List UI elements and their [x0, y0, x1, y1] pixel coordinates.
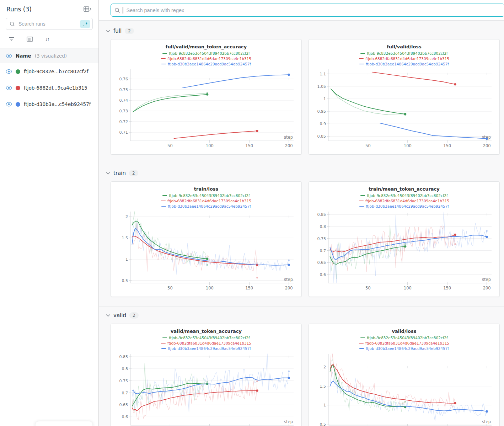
svg-text:200: 200 [483, 143, 491, 148]
legend-run-id: ftjob-d30b3aee14864c29acd9ac54eb92457f [168, 62, 251, 66]
svg-text:200: 200 [285, 286, 293, 291]
legend-item-green: ftjob-9c832e53c45043f89402bb7cc802cf2f [162, 335, 250, 340]
search-icon [114, 7, 120, 13]
chart-legend: ftjob-9c832e53c45043f89402bb7cc802cf2fft… [313, 51, 495, 66]
svg-text:1: 1 [323, 403, 326, 408]
chart-legend: ftjob-9c832e53c45043f89402bb7cc802cf2fft… [313, 193, 495, 209]
chart-title: full/valid/mean_token_accuracy [116, 44, 297, 49]
chart-legend: ftjob-9c832e53c45043f89402bb7cc802cf2fft… [116, 193, 297, 209]
svg-text:50: 50 [167, 143, 173, 148]
panels-row: full/valid/mean_token_accuracyftjob-9c83… [99, 38, 504, 164]
legend-item-blue: ftjob-d30b3aee14864c29acd9ac54eb92457f [161, 204, 251, 209]
svg-text:100: 100 [404, 143, 412, 148]
section-header-train[interactable]: train2 [99, 164, 504, 181]
section-header-valid[interactable]: valid2 [99, 307, 504, 323]
legend-item-green: ftjob-9c832e53c45043f89402bb7cc802cf2f [360, 193, 447, 198]
app-window: Runs (3) .* [0, 0, 504, 426]
legend-swatch-icon [161, 348, 166, 349]
legend-run-id: ftjob-9c832e53c45043f89402bb7cc802cf2f [169, 193, 250, 198]
chart-plot: 0.60.650.70.750.80.8550100150200step [313, 209, 495, 294]
legend-swatch-icon [360, 195, 365, 196]
section-header-full[interactable]: full2 [99, 22, 504, 38]
legend-run-id: ftjob-d30b3aee14864c29acd9ac54eb92457f [366, 346, 449, 351]
legend-item-red: ftjob-6882dfa6831d4d6dae17309ca4e1b315 [359, 341, 449, 346]
chart-title: train/mean_token_accuracy [313, 186, 495, 192]
section-full: full2full/valid/mean_token_accuracyftjob… [99, 22, 504, 164]
svg-text:0.65: 0.65 [119, 403, 128, 407]
legend-run-id: ftjob-6882dfa6831d4d6dae17309ca4e1b315 [167, 198, 251, 203]
legend-run-id: ftjob-d30b3aee14864c29acd9ac54eb92457f [168, 204, 251, 209]
svg-text:0.71: 0.71 [119, 130, 128, 135]
svg-text:200: 200 [483, 286, 491, 291]
legend-swatch-icon [162, 337, 167, 339]
text-cursor [123, 7, 123, 14]
svg-text:0.74: 0.74 [119, 98, 128, 103]
legend-swatch-icon [161, 58, 166, 59]
chart-panel[interactable]: train/lossftjob-9c832e53c45043f89402bb7c… [111, 181, 302, 297]
legend-run-id: ftjob-6882dfa6831d4d6dae17309ca4e1b315 [365, 341, 449, 346]
run-row-2[interactable]: ftjob-6882df...9ca4e1b315 [0, 80, 98, 96]
legend-item-red: ftjob-6882dfa6831d4d6dae17309ca4e1b315 [161, 198, 251, 203]
section-count-badge: 2 [129, 170, 138, 176]
run-name: ftjob-6882df...9ca4e1b315 [24, 85, 87, 91]
svg-text:50: 50 [365, 143, 371, 148]
run-name: ftjob-9c832e...b7cc802cf2f [24, 69, 89, 74]
visibility-toggle[interactable] [6, 85, 12, 90]
legend-run-id: ftjob-6882dfa6831d4d6dae17309ca4e1b315 [167, 56, 251, 61]
expand-table-button[interactable] [83, 6, 92, 13]
svg-text:1.5: 1.5 [320, 384, 326, 389]
runs-table-header: Name (3 visualized) [0, 48, 98, 63]
sort-button[interactable]: ↓↑ [44, 35, 50, 43]
legend-item-green: ftjob-9c832e53c45043f89402bb7cc802cf2f [162, 51, 250, 56]
legend-item-red: ftjob-6882dfa6831d4d6dae17309ca4e1b315 [359, 198, 449, 203]
legend-item-red: ftjob-6882dfa6831d4d6dae17309ca4e1b315 [161, 341, 251, 346]
svg-text:150: 150 [245, 286, 253, 291]
svg-text:0.7: 0.7 [122, 391, 128, 395]
svg-text:0.5: 0.5 [320, 422, 326, 426]
panel-search-box [111, 4, 504, 17]
svg-text:1.5: 1.5 [122, 236, 128, 240]
panels-row: train/lossftjob-9c832e53c45043f89402bb7c… [99, 181, 504, 306]
legend-item-blue: ftjob-d30b3aee14864c29acd9ac54eb92457f [359, 346, 449, 351]
svg-text:0.65: 0.65 [317, 260, 326, 265]
regex-toggle-button[interactable]: .* [80, 20, 90, 28]
legend-run-id: ftjob-6882dfa6831d4d6dae17309ca4e1b315 [365, 56, 449, 61]
run-row-1[interactable]: ftjob-9c832e...b7cc802cf2f [0, 63, 98, 80]
visibility-toggle[interactable] [6, 69, 12, 74]
chart-panel[interactable]: valid/mean_token_accuracyftjob-9c832e53c… [111, 324, 302, 426]
visibility-toggle[interactable] [6, 102, 12, 107]
filter-button[interactable] [8, 35, 15, 43]
runs-header: Runs (3) [0, 0, 98, 18]
table-expand-icon [84, 6, 91, 12]
chart-panel[interactable]: valid/lossftjob-9c832e53c45043f89402bb7c… [309, 324, 500, 426]
chevron-down-icon [106, 172, 110, 175]
chart-plot: 0.850.90.9511.051.150100150200step [313, 67, 495, 151]
legend-run-id: ftjob-9c832e53c45043f89402bb7cc802cf2f [169, 51, 250, 56]
run-row-3[interactable]: ftjob-d30b3a...c54eb92457f [0, 96, 98, 112]
chart-panel[interactable]: full/valid/mean_token_accuracyftjob-9c83… [111, 39, 302, 155]
svg-text:step: step [284, 277, 293, 282]
svg-text:0.85: 0.85 [317, 134, 326, 139]
svg-text:0.75: 0.75 [119, 87, 128, 92]
visibility-all-toggle[interactable] [6, 53, 12, 58]
group-button[interactable] [26, 35, 34, 43]
legend-item-blue: ftjob-d30b3aee14864c29acd9ac54eb92457f [359, 62, 449, 66]
section-label: valid [113, 312, 126, 319]
svg-text:1.05: 1.05 [317, 84, 326, 89]
chart-title: valid/mean_token_accuracy [116, 329, 297, 334]
panel-search-input[interactable] [126, 7, 501, 14]
legend-run-id: ftjob-d30b3aee14864c29acd9ac54eb92457f [366, 62, 449, 66]
chart-panel[interactable]: full/valid/lossftjob-9c832e53c45043f8940… [309, 39, 500, 155]
legend-run-id: ftjob-d30b3aee14864c29acd9ac54eb92457f [168, 346, 251, 351]
legend-item-blue: ftjob-d30b3aee14864c29acd9ac54eb92457f [161, 346, 251, 351]
run-color-dot [16, 69, 20, 74]
svg-text:0.75: 0.75 [119, 379, 128, 383]
runs-search-input[interactable] [18, 21, 77, 27]
legend-swatch-icon [161, 201, 166, 202]
svg-text:0.8: 0.8 [122, 367, 128, 371]
chart-panel[interactable]: train/mean_token_accuracyftjob-9c832e53c… [309, 181, 500, 297]
svg-text:0.72: 0.72 [119, 119, 128, 124]
chevron-down-icon [106, 314, 110, 317]
svg-text:2: 2 [125, 214, 128, 219]
run-color-dot [16, 86, 20, 90]
